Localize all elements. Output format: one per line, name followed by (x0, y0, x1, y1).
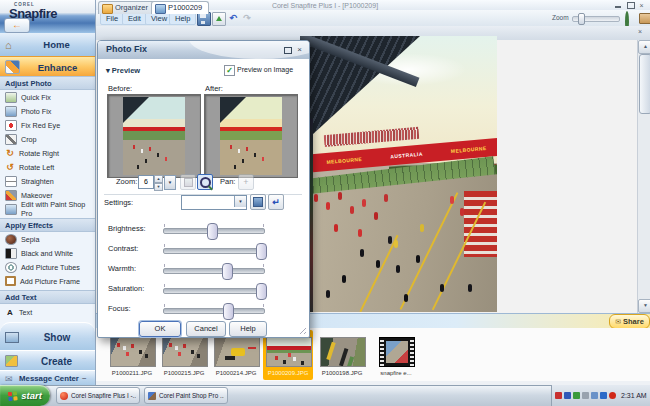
focus-thumb[interactable] (223, 303, 234, 320)
tab-organizer[interactable]: Organizer (98, 1, 155, 14)
share-button[interactable]: ✉ Share (609, 314, 650, 329)
sidebar-item-rotate-left[interactable]: ↺Rotate Left (0, 160, 95, 174)
thumbnail-p1000198[interactable]: P1000198.JPG (317, 330, 367, 380)
section-apply-effects: Apply Effects (0, 218, 95, 232)
contrast-thumb[interactable] (256, 243, 267, 260)
toolbar-zoom-thumb[interactable] (578, 13, 585, 25)
start-button[interactable]: start (0, 385, 50, 406)
warmth-thumb[interactable] (222, 263, 233, 280)
sidebar-item-show[interactable]: Show (0, 322, 95, 352)
fit-to-window-button (180, 174, 196, 190)
minimize-button[interactable] (613, 1, 624, 10)
scroll-up-icon[interactable]: ▲ (638, 40, 650, 54)
sidebar-item-sepia[interactable]: Sepia (0, 232, 95, 246)
preview-on-image-checkbox[interactable]: ✓ (224, 65, 235, 76)
black-white-icon (5, 248, 17, 259)
settings-label: Settings: (104, 198, 133, 207)
sidebar-item-crop[interactable]: Crop (0, 132, 95, 146)
undo-icon[interactable]: ↶ (227, 12, 239, 24)
reset-settings-button[interactable]: ↵ (268, 194, 284, 210)
snapfire-ball-icon (60, 392, 68, 400)
before-label: Before: (108, 84, 132, 93)
brightness-thumb[interactable] (207, 223, 218, 240)
back-button[interactable]: ← (4, 18, 30, 33)
after-label: After: (205, 84, 223, 93)
dialog-title: Photo Fix (106, 44, 147, 54)
print-icon[interactable] (639, 13, 650, 24)
close-button[interactable]: × (636, 1, 647, 10)
magnifier-button[interactable] (197, 174, 213, 190)
mail-icon: ✉ (5, 375, 16, 383)
thumbnail-snapfire-video[interactable]: snapfire e... (371, 330, 421, 380)
enhance-icon (5, 60, 20, 74)
quick-fix-icon (5, 92, 17, 103)
saturation-slider: Saturation: (98, 281, 309, 297)
zoom-value-field[interactable]: 6 (138, 175, 154, 189)
rotate-left-icon: ↺ (5, 163, 15, 172)
sidebar-item-add-picture-tubes[interactable]: Add Picture Tubes (0, 260, 95, 274)
export-icon[interactable] (212, 12, 226, 26)
dialog-close-button[interactable]: × (294, 45, 305, 55)
sidebar-item-text[interactable]: AText (0, 305, 95, 319)
settings-combobox[interactable]: ▼ (181, 195, 247, 210)
sidebar-item-home[interactable]: ⌂ Home (0, 33, 95, 57)
dialog-restore-button[interactable] (282, 45, 293, 55)
dialog-title-bar[interactable]: Photo Fix (98, 41, 309, 59)
sidebar-item-photo-fix[interactable]: Photo Fix (0, 104, 95, 118)
scroll-down-icon[interactable]: ▼ (638, 299, 650, 313)
sepia-icon (5, 234, 17, 245)
tab-p1000209[interactable]: P1000209 (151, 1, 209, 14)
sidebar-item-black-and-white[interactable]: Black and White (0, 246, 95, 260)
restore-button[interactable] (625, 1, 636, 10)
tray-icon-4[interactable] (582, 392, 589, 399)
preview-on-image-label: Preview on Image (237, 66, 293, 73)
sidebar-item-enhance[interactable]: Enhance (0, 56, 95, 78)
dialog-zoom-label: Zoom: (116, 177, 137, 186)
sidebar-item-fix-red-eye[interactable]: Fix Red Eye (0, 118, 95, 132)
tray-icon-1[interactable] (555, 392, 562, 399)
create-icon (5, 355, 18, 367)
before-preview (107, 94, 201, 178)
scrollbar-thumb[interactable] (639, 54, 650, 114)
tray-icon-7[interactable] (609, 392, 616, 399)
tray-icon-6[interactable] (600, 392, 607, 399)
toolbar-zoom-label: Zoom (552, 14, 569, 21)
sidebar-item-create[interactable]: Create (0, 350, 95, 372)
taskbar-window-paintshop[interactable]: Corel Paint Shop Pro ... (144, 387, 228, 404)
tray-icon-3[interactable] (573, 392, 580, 399)
saturation-thumb[interactable] (256, 283, 267, 300)
save-settings-button[interactable] (250, 194, 266, 210)
sidebar-item-straighten[interactable]: Straighten (0, 174, 95, 188)
warmth-slider: Warmth: (98, 261, 309, 277)
picture-frame-icon (5, 276, 16, 286)
focus-slider: Focus: (98, 301, 309, 317)
paintshop-icon (148, 392, 156, 400)
help-button[interactable]: Help (229, 321, 267, 337)
collapse-icon[interactable]: − (82, 374, 92, 383)
tray-icon-5[interactable] (591, 392, 598, 399)
filmstrip-icon (379, 337, 415, 367)
sidebar-item-add-picture-frame[interactable]: Add Picture Frame (0, 274, 95, 288)
sidebar: COREL Snapfire ← ⌂ Home Enhance Adjust P… (0, 0, 96, 385)
sidebar-item-edit-with-psp[interactable]: Edit with Paint Shop Pro (0, 202, 95, 216)
ok-button[interactable]: OK (139, 321, 181, 337)
vertical-scrollbar[interactable]: ▲ ▼ (637, 40, 650, 313)
photo-fix-icon (5, 106, 17, 117)
resize-grip[interactable] (297, 325, 306, 334)
tray-icon-2[interactable] (564, 392, 571, 399)
main-photo[interactable]: MELBOURNE AUSTRALIA MELBOURNE (300, 36, 497, 312)
text-icon: A (5, 308, 15, 317)
sidebar-item-quick-fix[interactable]: Quick Fix (0, 90, 95, 104)
zoom-dropdown-icon[interactable]: ▼ (164, 175, 176, 190)
settings-dropdown-icon[interactable]: ▼ (234, 196, 246, 207)
monitor-icon (5, 332, 19, 343)
cancel-button[interactable]: Cancel (186, 321, 226, 337)
save-icon[interactable] (197, 12, 211, 26)
sidebar-item-rotate-right[interactable]: ↻Rotate Right (0, 146, 95, 160)
envelope-icon: ✉ (615, 318, 621, 325)
taskbar-window-snapfire[interactable]: Corel Snapfire Plus I -... (56, 387, 140, 404)
image-icon (155, 4, 166, 14)
preview-toggle[interactable]: ▾ Preview (106, 66, 140, 75)
zoom-spinner[interactable]: ▲▼ (154, 175, 163, 191)
pane-close-icon[interactable]: × (638, 28, 642, 35)
